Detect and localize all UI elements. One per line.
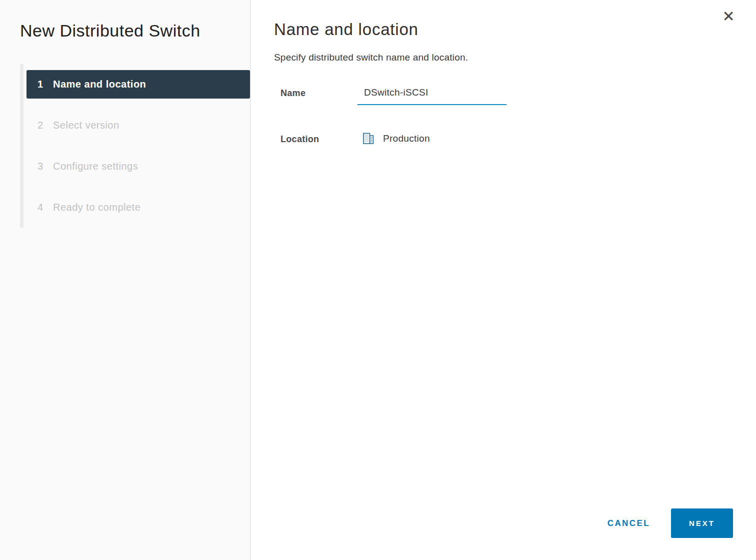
name-location-form: Name Location xyxy=(251,87,756,146)
step-number: 1 xyxy=(38,79,53,90)
step-name-and-location[interactable]: 1 Name and location xyxy=(26,70,250,99)
next-button[interactable]: NEXT xyxy=(671,508,733,538)
step-number: 2 xyxy=(38,120,53,131)
name-field-label: Name xyxy=(280,87,358,99)
wizard-steps: 1 Name and location 2 Select version 3 C… xyxy=(20,64,250,228)
step-label: Select version xyxy=(53,120,120,131)
name-field-row: Name xyxy=(280,87,756,105)
step-ready-to-complete: 4 Ready to complete xyxy=(26,193,250,222)
step-label: Ready to complete xyxy=(53,202,140,213)
switch-name-input[interactable] xyxy=(358,87,506,105)
wizard-title: New Distributed Switch xyxy=(20,21,250,41)
page-subtitle: Specify distributed switch name and loca… xyxy=(274,52,733,63)
step-label: Name and location xyxy=(53,79,146,90)
location-field-label: Location xyxy=(280,133,358,145)
cancel-button[interactable]: CANCEL xyxy=(606,514,652,532)
page-title: Name and location xyxy=(274,20,733,39)
location-value: Production xyxy=(358,132,430,146)
step-number: 3 xyxy=(38,161,53,172)
content-header: Name and location Specify distributed sw… xyxy=(251,0,756,63)
location-field-row: Location xyxy=(280,133,756,146)
location-name: Production xyxy=(383,133,430,144)
step-select-version: 2 Select version xyxy=(26,111,250,140)
step-number: 4 xyxy=(38,202,53,213)
wizard-footer: CANCEL NEXT xyxy=(606,508,733,538)
datacenter-building-icon xyxy=(362,132,376,146)
step-configure-settings: 3 Configure settings xyxy=(26,152,250,181)
wizard-sidebar: New Distributed Switch 1 Name and locati… xyxy=(0,0,250,560)
step-label: Configure settings xyxy=(53,161,138,172)
wizard-content-panel: Name and location Specify distributed sw… xyxy=(251,0,756,560)
close-icon[interactable]: ✕ xyxy=(718,5,740,27)
